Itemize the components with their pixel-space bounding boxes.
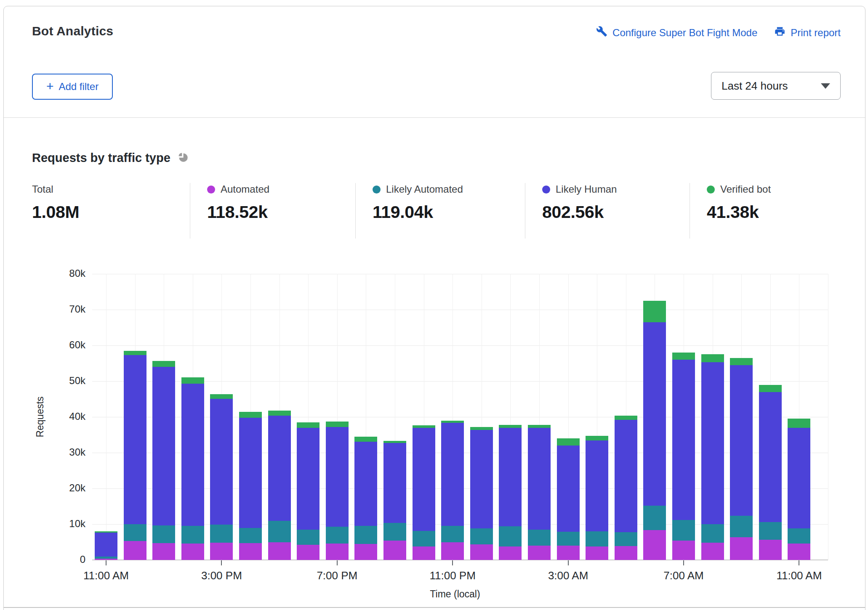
bar-segment-likely-automated[interactable]	[297, 530, 320, 545]
bar-segment-automated[interactable]	[181, 544, 204, 560]
bar-segment-likely-human[interactable]	[499, 428, 522, 527]
bar-segment-likely-human[interactable]	[297, 428, 320, 529]
bar-segment-automated[interactable]	[759, 540, 782, 560]
bar-23[interactable]	[759, 385, 782, 560]
bar-segment-automated[interactable]	[730, 537, 753, 560]
bar-segment-likely-automated[interactable]	[730, 516, 753, 537]
bar-segment-verified-bot[interactable]	[124, 351, 146, 355]
bar-segment-likely-human[interactable]	[759, 392, 782, 522]
bar-segment-verified-bot[interactable]	[268, 411, 291, 416]
bar-segment-verified-bot[interactable]	[586, 436, 608, 440]
bar-segment-verified-bot[interactable]	[730, 358, 753, 365]
bar-segment-likely-human[interactable]	[354, 442, 377, 526]
bar-18[interactable]	[615, 416, 637, 560]
bar-segment-likely-human[interactable]	[210, 399, 233, 525]
bar-segment-likely-human[interactable]	[326, 427, 349, 527]
bar-segment-likely-automated[interactable]	[152, 525, 175, 544]
bar-2[interactable]	[152, 361, 175, 560]
bar-segment-likely-human[interactable]	[788, 428, 810, 529]
bar-segment-verified-bot[interactable]	[326, 422, 349, 427]
bar-4[interactable]	[210, 394, 233, 560]
bar-segment-likely-automated[interactable]	[672, 520, 695, 541]
bar-segment-automated[interactable]	[413, 546, 435, 560]
bar-segment-automated[interactable]	[210, 543, 233, 560]
bar-segment-verified-bot[interactable]	[701, 354, 724, 362]
bar-17[interactable]	[586, 436, 608, 560]
bar-segment-likely-automated[interactable]	[615, 532, 637, 546]
bar-segment-automated[interactable]	[528, 546, 551, 560]
bar-segment-likely-human[interactable]	[268, 416, 291, 521]
bar-1[interactable]	[124, 351, 146, 560]
configure-super-bot-fight-mode-link[interactable]: Configure Super Bot Fight Mode	[596, 26, 757, 40]
bar-segment-verified-bot[interactable]	[354, 437, 377, 442]
bar-segment-likely-human[interactable]	[586, 440, 608, 531]
bar-5[interactable]	[239, 412, 262, 560]
bar-7[interactable]	[297, 422, 320, 560]
bar-segment-automated[interactable]	[615, 546, 637, 560]
bar-segment-automated[interactable]	[95, 559, 117, 560]
bar-segment-automated[interactable]	[788, 544, 810, 560]
bar-segment-automated[interactable]	[441, 542, 464, 560]
bar-segment-likely-human[interactable]	[124, 355, 146, 524]
bar-segment-verified-bot[interactable]	[557, 438, 580, 446]
bar-segment-automated[interactable]	[297, 545, 320, 560]
bar-segment-likely-automated[interactable]	[268, 521, 291, 542]
bar-segment-likely-human[interactable]	[441, 423, 464, 526]
bar-segment-likely-human[interactable]	[730, 365, 753, 516]
bar-segment-likely-automated[interactable]	[643, 506, 666, 530]
bar-segment-likely-human[interactable]	[672, 360, 695, 520]
bar-3[interactable]	[181, 377, 204, 560]
bar-segment-likely-automated[interactable]	[181, 526, 204, 544]
bar-segment-likely-human[interactable]	[701, 362, 724, 524]
bar-segment-automated[interactable]	[586, 546, 608, 560]
bar-15[interactable]	[528, 425, 551, 560]
bar-segment-verified-bot[interactable]	[152, 361, 175, 367]
bar-segment-automated[interactable]	[643, 530, 666, 560]
bar-segment-likely-automated[interactable]	[239, 528, 262, 543]
bar-segment-likely-human[interactable]	[470, 430, 493, 529]
bar-segment-automated[interactable]	[557, 546, 580, 560]
bar-segment-automated[interactable]	[701, 543, 724, 560]
bar-22[interactable]	[730, 358, 753, 560]
bar-segment-likely-automated[interactable]	[701, 524, 724, 543]
bar-segment-automated[interactable]	[672, 541, 695, 560]
bar-0[interactable]	[95, 531, 117, 560]
bar-11[interactable]	[413, 425, 435, 560]
bar-21[interactable]	[701, 354, 724, 560]
bar-segment-likely-human[interactable]	[239, 418, 262, 528]
bar-8[interactable]	[326, 422, 349, 560]
bar-segment-likely-human[interactable]	[95, 533, 117, 557]
bar-segment-verified-bot[interactable]	[181, 377, 204, 384]
bar-segment-automated[interactable]	[239, 543, 262, 560]
add-filter-button[interactable]: + Add filter	[32, 74, 113, 100]
bar-segment-verified-bot[interactable]	[297, 422, 320, 428]
print-report-link[interactable]: Print report	[774, 26, 841, 40]
bar-segment-likely-human[interactable]	[152, 367, 175, 525]
bar-segment-likely-automated[interactable]	[528, 530, 551, 546]
bar-12[interactable]	[441, 421, 464, 560]
bar-segment-likely-automated[interactable]	[326, 527, 349, 544]
bar-segment-automated[interactable]	[152, 543, 175, 560]
bar-segment-likely-automated[interactable]	[124, 524, 146, 541]
bar-segment-verified-bot[interactable]	[672, 353, 695, 360]
bar-segment-likely-automated[interactable]	[470, 528, 493, 544]
bar-segment-likely-automated[interactable]	[354, 526, 377, 544]
bar-20[interactable]	[672, 353, 695, 560]
bar-segment-automated[interactable]	[268, 542, 291, 560]
bar-segment-verified-bot[interactable]	[788, 419, 810, 427]
bar-segment-automated[interactable]	[354, 544, 377, 560]
bar-14[interactable]	[499, 425, 522, 560]
bar-segment-verified-bot[interactable]	[615, 416, 637, 420]
bar-segment-verified-bot[interactable]	[643, 301, 666, 322]
bar-segment-likely-automated[interactable]	[557, 532, 580, 546]
bar-segment-verified-bot[interactable]	[210, 394, 233, 399]
bar-segment-automated[interactable]	[499, 546, 522, 560]
bar-segment-likely-human[interactable]	[643, 322, 666, 506]
bar-segment-automated[interactable]	[470, 544, 493, 560]
bar-segment-likely-human[interactable]	[383, 443, 406, 523]
bar-segment-verified-bot[interactable]	[470, 427, 493, 430]
bar-segment-verified-bot[interactable]	[528, 425, 551, 428]
time-range-select[interactable]: Last 24 hours	[711, 72, 841, 100]
bar-segment-likely-human[interactable]	[181, 384, 204, 526]
bar-segment-likely-automated[interactable]	[383, 523, 406, 541]
